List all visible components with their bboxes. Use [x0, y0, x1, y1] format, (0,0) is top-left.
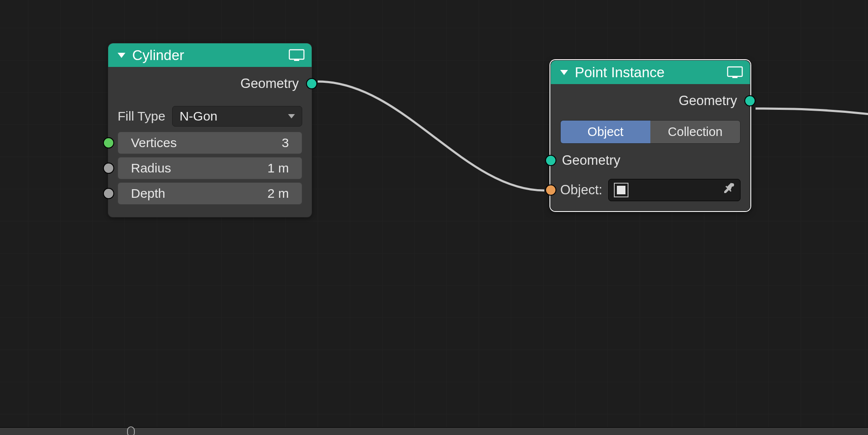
edge-pointinstance-out [756, 109, 868, 115]
vertices-label: Vertices [131, 136, 177, 150]
mode-object-button[interactable]: Object [561, 121, 650, 143]
fill-type-dropdown[interactable]: N-Gon [172, 106, 302, 127]
depth-field[interactable]: Depth 2 m [118, 182, 302, 205]
node-title: Cylinder [132, 47, 288, 63]
object-row: Object: [560, 179, 741, 201]
node-body-cylinder: Geometry Fill Type N-Gon Vertices 3 Radi… [108, 67, 312, 217]
output-geometry-label: Geometry [679, 93, 737, 109]
instance-mode-toggle: Object Collection [560, 120, 741, 144]
fill-type-row: Fill Type N-Gon [118, 104, 302, 129]
preview-icon[interactable] [727, 66, 743, 79]
depth-value: 2 m [267, 186, 289, 201]
status-bar [0, 427, 868, 435]
svg-rect-0 [289, 50, 304, 59]
eyedropper-icon[interactable] [723, 182, 735, 198]
svg-rect-3 [732, 76, 737, 78]
svg-rect-1 [294, 59, 299, 61]
svg-point-4 [731, 183, 734, 187]
node-header-point-instance[interactable]: Point Instance [551, 60, 750, 84]
object-label: Object: [560, 182, 602, 198]
node-cylinder[interactable]: Cylinder Geometry Fill Type N-Gon [108, 43, 312, 218]
socket-in-vertices[interactable] [103, 137, 114, 148]
socket-out-geometry[interactable] [306, 78, 317, 89]
fill-type-value: N-Gon [179, 109, 217, 124]
input-geometry-label: Geometry [560, 153, 620, 168]
collapse-icon[interactable] [560, 70, 568, 75]
output-geometry-label: Geometry [240, 76, 299, 91]
preview-icon[interactable] [288, 49, 305, 62]
radius-field[interactable]: Radius 1 m [118, 157, 302, 179]
socket-in-object[interactable] [545, 184, 556, 196]
svg-rect-2 [728, 67, 742, 76]
edge-cylinder-to-pointinstance [318, 82, 544, 190]
socket-in-geometry[interactable] [545, 155, 556, 166]
chevron-down-icon [288, 114, 295, 118]
socket-in-radius[interactable] [103, 163, 114, 174]
node-point-instance[interactable]: Point Instance Geometry Object Collectio… [550, 60, 750, 211]
vertices-value: 3 [282, 136, 289, 150]
mode-collection-button[interactable]: Collection [650, 121, 740, 143]
radius-value: 1 m [267, 161, 289, 175]
fill-type-label: Fill Type [118, 109, 165, 124]
node-editor-canvas[interactable]: Cylinder Geometry Fill Type N-Gon [0, 0, 868, 435]
socket-out-geometry[interactable] [744, 95, 756, 106]
node-header-cylinder[interactable]: Cylinder [108, 43, 312, 67]
depth-label: Depth [131, 186, 165, 201]
object-picker[interactable] [608, 179, 741, 201]
collapse-icon[interactable] [118, 53, 125, 58]
socket-in-depth[interactable] [103, 188, 114, 199]
radius-label: Radius [131, 161, 171, 175]
vertices-field[interactable]: Vertices 3 [118, 132, 302, 154]
input-geometry-row: Geometry [560, 148, 741, 173]
output-geometry-row: Geometry [560, 88, 741, 113]
mouse-icon [127, 426, 135, 435]
output-geometry-row: Geometry [118, 71, 302, 96]
node-body-point-instance: Geometry Object Collection Geometry Obje… [551, 84, 750, 211]
node-title: Point Instance [575, 64, 727, 81]
object-swatch-icon [614, 183, 628, 197]
